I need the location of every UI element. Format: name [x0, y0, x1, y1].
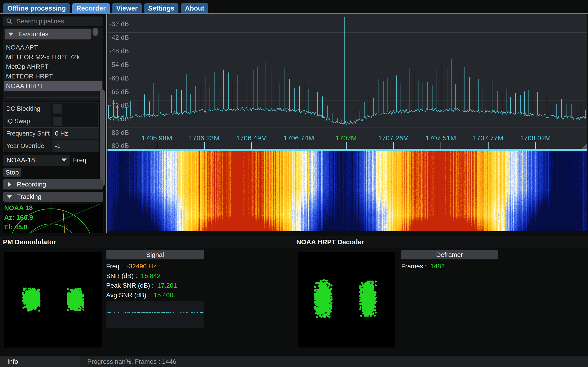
tab-about[interactable]: About: [181, 3, 208, 13]
freq-axis-label: 1707.26M: [378, 134, 409, 142]
db-axis-label: -60 dB: [109, 75, 129, 82]
favourites-header[interactable]: Favourites: [5, 29, 91, 40]
freq-label: Freq: [73, 155, 86, 166]
frequency-shift-input[interactable]: 0 Hz: [52, 128, 98, 139]
waterfall-display[interactable]: [107, 151, 587, 231]
search-placeholder: Search pipelines: [17, 18, 64, 25]
freq-tick: [393, 142, 394, 149]
db-axis-label: -66 dB: [109, 88, 129, 96]
peak-snr-stat-value: 17.201: [157, 282, 177, 290]
chevron-down-icon: [8, 33, 13, 36]
pipeline-item-meteor-hrpt[interactable]: METEOR HRPT: [4, 72, 103, 81]
year-override-input[interactable]: -1: [52, 140, 98, 152]
avg-snr-stat-label: Avg SNR (dB) :: [106, 291, 150, 299]
chevron-down-icon: [61, 158, 67, 162]
tab-settings[interactable]: Settings: [144, 3, 179, 13]
snr-history-chart: [106, 301, 204, 328]
db-axis-label: -72 dB: [109, 102, 129, 109]
pm-constellation: [4, 252, 102, 348]
avg-snr-stat-value: 15.400: [154, 291, 173, 299]
stop-button[interactable]: Stop: [3, 168, 21, 177]
freq-axis-label: 1705.98M: [141, 134, 172, 142]
tracking-section-header[interactable]: Tracking: [3, 192, 103, 202]
favourites-label: Favourites: [18, 31, 48, 38]
pipeline-item-noaa-hrpt-selected[interactable]: NOAA HRPT: [4, 81, 103, 91]
status-info-cell[interactable]: Info: [0, 357, 80, 367]
tracking-label: Tracking: [17, 193, 41, 200]
freq-tick: [251, 142, 252, 149]
resize-grip[interactable]: [582, 144, 587, 149]
separator: [6, 97, 101, 98]
pipeline-list: Favourites NOAA APT METEOR M2-x LRPT 72k…: [3, 27, 103, 101]
tab-offline-processing[interactable]: Offline processing: [3, 3, 70, 13]
freq-axis-label: 1706.49M: [236, 134, 267, 142]
iq-swap-checkbox[interactable]: [52, 117, 62, 126]
frames-stat-label: Frames :: [401, 262, 426, 270]
snr-stat-value: 15.842: [141, 272, 161, 280]
source-select[interactable]: NOAA-18: [3, 155, 70, 166]
pm-demodulator-title: PM Demodulator: [3, 236, 56, 248]
db-axis-label: -42 dB: [109, 34, 129, 41]
satdump-window: Offline processing Recorder Viewer Setti…: [0, 0, 588, 367]
panel-splitter[interactable]: [106, 14, 107, 233]
freq-tick: [488, 142, 489, 149]
fft-trace[interactable]: [107, 14, 587, 149]
signal-header[interactable]: Signal: [106, 250, 204, 259]
pipeline-item-meteor-lrpt[interactable]: METEOR M2-x LRPT 72k: [4, 52, 103, 62]
freq-stat-value: -32490 Hz: [127, 262, 156, 270]
fft-spectrum-panel[interactable]: -37 dB -42 dB -48 dB -54 dB -60 dB -66 d…: [107, 14, 587, 149]
pipeline-list-scrollbar[interactable]: [93, 28, 98, 36]
pipeline-item-noaa-apt[interactable]: NOAA APT: [4, 43, 103, 52]
tracking-elevation: El: 45.0: [4, 223, 27, 231]
recording-label: Recording: [17, 181, 46, 188]
freq-axis-label: 1706.23M: [189, 134, 219, 142]
search-pipelines-input[interactable]: Search pipelines: [3, 17, 103, 26]
freq-axis-label: 1707.77M: [473, 134, 503, 142]
center-freq-label: 1707M: [336, 134, 357, 142]
chevron-down-icon: [7, 195, 12, 199]
snr-stat-label: SNR (dB) :: [106, 272, 137, 280]
decoder-title: NOAA HRPT Decoder: [296, 236, 364, 248]
db-axis-label: -54 dB: [109, 61, 129, 69]
tracking-radar: NOAA 18 Az: 166.9 El: 45.0: [3, 204, 103, 233]
section-title-strip: PM Demodulator NOAA HRPT Decoder: [0, 236, 588, 248]
status-divider: [80, 357, 80, 366]
db-axis-label: -89 dB: [109, 142, 129, 149]
decoder-constellation: [298, 252, 395, 348]
param-label-iq-swap: IQ Swap: [3, 115, 51, 127]
param-label-frequency-shift: Frequency Shift: [3, 127, 51, 140]
db-axis-label: -48 dB: [109, 47, 129, 55]
frames-stat-value: 1482: [430, 262, 444, 270]
freq-tick: [346, 142, 346, 149]
tracking-satellite: NOAA 18: [4, 204, 33, 212]
tab-recorder[interactable]: Recorder: [72, 3, 110, 13]
db-axis-label: -78 dB: [109, 115, 129, 123]
recording-section-header[interactable]: Recording: [3, 179, 103, 190]
params-scrollbar[interactable]: [100, 90, 105, 186]
source-select-value: NOAA-18: [6, 156, 61, 164]
pipeline-params-table: DC Blocking IQ Swap Frequency Shift 0 Hz…: [3, 102, 99, 152]
freq-stat-label: Freq :: [106, 262, 123, 270]
status-progress-text: Progress nan%, Frames : 1446: [87, 357, 176, 367]
freq-tick: [299, 142, 299, 149]
status-info-label: Info: [7, 358, 18, 365]
search-icon: [6, 18, 13, 25]
freq-tick: [204, 142, 205, 149]
tab-viewer[interactable]: Viewer: [112, 3, 142, 13]
freq-tick: [157, 142, 157, 149]
tab-bar: Offline processing Recorder Viewer Setti…: [3, 3, 208, 13]
snr-history-line: [106, 301, 204, 328]
freq-axis-label: 1707.51M: [425, 134, 456, 142]
freq-tick: [441, 142, 441, 149]
db-axis-label: -83 dB: [109, 129, 129, 136]
status-bar: Info Progress nan%, Frames : 1446: [0, 356, 588, 367]
dc-blocking-checkbox[interactable]: [52, 104, 62, 114]
freq-axis-label: 1708.02M: [520, 134, 551, 142]
waterfall-top-bar: [107, 149, 587, 151]
freq-tick: [535, 142, 536, 149]
param-label-year-override: Year Override: [3, 140, 51, 152]
deframer-header[interactable]: Deframer: [401, 250, 498, 259]
pipeline-item-metop-ahrpt[interactable]: MetOp AHRPT: [4, 62, 103, 72]
peak-snr-stat-label: Peak SNR (dB) :: [106, 282, 154, 290]
db-axis-label: -37 dB: [109, 20, 129, 28]
